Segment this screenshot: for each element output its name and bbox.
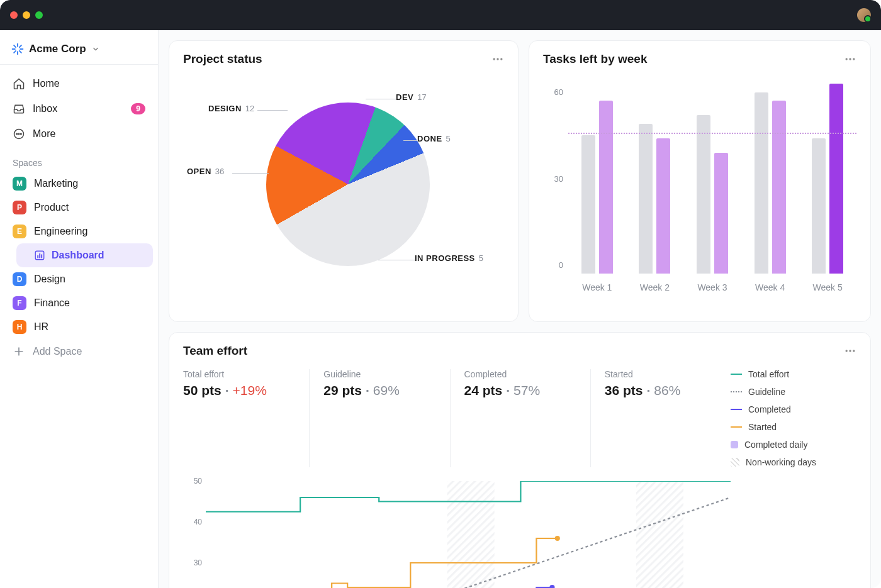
space-label: Product (34, 202, 69, 213)
space-label: Engineering (34, 226, 87, 237)
bar (714, 153, 728, 274)
x-label: Week 3 (683, 282, 741, 292)
avatar[interactable] (857, 8, 871, 22)
svg-point-21 (853, 58, 855, 60)
nav-home[interactable]: Home (5, 71, 153, 96)
kpi: Started36 pts·86% (590, 369, 731, 467)
x-label: Week 4 (741, 282, 799, 292)
space-badge: M (13, 177, 26, 191)
card-title: Team effort (183, 344, 247, 358)
svg-point-9 (16, 133, 18, 135)
space-marketing[interactable]: MMarketing (5, 172, 153, 196)
chevron-down-icon (91, 45, 100, 53)
space-finance[interactable]: FFinance (5, 291, 153, 315)
home-icon (13, 77, 25, 90)
space-design[interactable]: DDesign (5, 267, 153, 291)
nav-label: Home (33, 78, 60, 89)
bar (697, 115, 710, 274)
bar (829, 84, 843, 274)
space-badge: E (13, 225, 26, 238)
subnav-dashboard[interactable]: Dashboard (16, 243, 153, 267)
svg-point-16 (493, 58, 495, 60)
space-engineering[interactable]: EEngineering (5, 219, 153, 243)
svg-line-4 (14, 45, 16, 47)
line-chart: 20304050 (183, 481, 856, 588)
workspace-switcher[interactable]: Acme Corp (5, 38, 153, 60)
x-label: Week 2 (626, 282, 684, 292)
svg-rect-15 (41, 255, 42, 258)
bar (656, 138, 670, 274)
nav-label: Inbox (33, 103, 57, 114)
space-hr[interactable]: HHR (5, 315, 153, 339)
card-menu-icon[interactable] (844, 345, 856, 357)
kpi: Guideline29 pts·69% (309, 369, 449, 467)
inbox-icon (13, 103, 25, 115)
card-menu-icon[interactable] (844, 53, 856, 65)
legend-completed: Completed (731, 404, 856, 414)
space-badge: F (13, 296, 26, 310)
workspace-logo-icon (11, 43, 24, 55)
main-content: Project status DEV17DONE5IN PROGRESS5OPE… (159, 30, 881, 588)
nav-inbox[interactable]: Inbox 9 (5, 96, 153, 121)
pie-label: DONE5 (417, 134, 451, 143)
pie-chart: DEV17DONE5IN PROGRESS5OPEN36DESIGN12 (183, 66, 504, 292)
svg-point-28 (555, 536, 560, 541)
bar (755, 92, 768, 274)
svg-point-22 (846, 350, 848, 352)
svg-point-11 (21, 133, 22, 135)
pie-label: OPEN36 (187, 167, 224, 176)
legend: Total effort Guideline Completed Started… (731, 369, 856, 467)
sidebar: Acme Corp Home Inbox 9 More Spaces MMark… (0, 30, 159, 588)
x-label: Week 5 (799, 282, 856, 292)
close-window[interactable] (10, 11, 18, 19)
svg-point-17 (497, 58, 498, 60)
pie-label: DEV17 (396, 92, 427, 102)
space-product[interactable]: PProduct (5, 196, 153, 219)
svg-line-6 (14, 51, 16, 53)
space-label: Marketing (34, 178, 78, 189)
minimize-window[interactable] (23, 11, 30, 19)
add-space-button[interactable]: Add Space (5, 339, 153, 364)
svg-point-10 (18, 133, 20, 135)
pie-label: DESIGN12 (208, 104, 254, 113)
nav-label: More (33, 128, 55, 140)
svg-point-20 (849, 58, 851, 60)
spaces-heading: Spaces (5, 147, 153, 172)
card-team-effort: Team effort Total effort50 pts·+19%Guide… (169, 332, 871, 588)
maximize-window[interactable] (35, 11, 43, 19)
legend-total: Total effort (731, 369, 856, 379)
space-label: Finance (34, 297, 70, 309)
card-title: Project status (183, 52, 262, 66)
svg-line-7 (20, 45, 21, 47)
pie-label: IN PROGRESS5 (415, 253, 483, 263)
kpi: Completed24 pts·57% (450, 369, 590, 467)
divider (0, 64, 158, 65)
bar (639, 124, 653, 274)
svg-point-18 (500, 58, 502, 60)
svg-rect-14 (39, 253, 40, 258)
nav-more[interactable]: More (5, 121, 153, 147)
inbox-badge: 9 (131, 103, 145, 114)
svg-rect-13 (37, 255, 38, 258)
legend-nonwork: Non-working days (731, 457, 856, 467)
space-badge: P (13, 201, 26, 214)
bar-chart: 03060 Week 1Week 2Week 3Week 4Week 5 (543, 75, 856, 301)
x-label: Week 1 (568, 282, 626, 292)
card-title: Tasks left by week (543, 52, 647, 66)
card-project-status: Project status DEV17DONE5IN PROGRESS5OPE… (169, 40, 519, 322)
dashboard-icon (34, 250, 45, 261)
workspace-name: Acme Corp (29, 43, 86, 55)
legend-started: Started (731, 422, 856, 432)
plus-icon (13, 345, 25, 358)
svg-point-19 (846, 58, 848, 60)
kpi: Total effort50 pts·+19% (183, 369, 309, 467)
bar (812, 138, 826, 274)
svg-point-29 (549, 585, 554, 588)
add-space-label: Add Space (33, 346, 82, 357)
svg-line-5 (20, 51, 21, 53)
window-controls (10, 11, 43, 19)
bar (772, 101, 786, 274)
bar (581, 135, 595, 274)
card-menu-icon[interactable] (491, 53, 504, 65)
card-tasks-by-week: Tasks left by week 03060 Week 1Week 2Wee… (529, 40, 871, 322)
